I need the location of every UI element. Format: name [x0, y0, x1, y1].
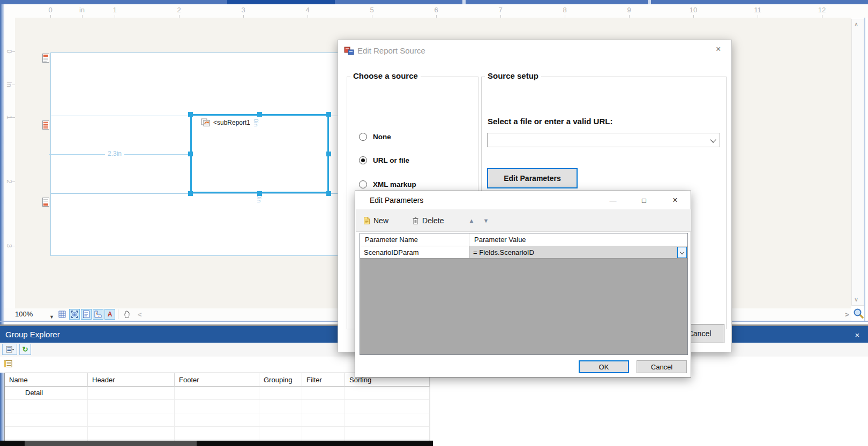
edit-parameters-dialog: Edit Parameters — □ × New: [355, 191, 691, 377]
page-footer-section-icon[interactable]: [42, 197, 50, 207]
pan-hand-button[interactable]: [121, 309, 132, 320]
maximize-button[interactable]: □: [636, 194, 652, 206]
edit-parameters-button[interactable]: Edit Parameters: [487, 168, 578, 188]
column-header-name[interactable]: Name: [5, 373, 88, 387]
h-ruler-label: 4: [305, 6, 309, 14]
ok-button[interactable]: OK: [579, 360, 629, 373]
table-cell[interactable]: [88, 387, 175, 400]
file-url-combobox[interactable]: [487, 133, 720, 147]
scroll-down-icon[interactable]: ∨: [854, 296, 858, 303]
table-cell[interactable]: [259, 387, 302, 400]
dialog-title: Edit Report Source: [357, 46, 425, 55]
resize-handle-sw[interactable]: [188, 191, 193, 196]
scroll-left-icon[interactable]: <: [138, 311, 142, 319]
table-cell[interactable]: [88, 400, 175, 413]
table-cell[interactable]: [302, 387, 345, 400]
table-cell[interactable]: [345, 427, 430, 440]
h-ruler-label: 11: [754, 6, 761, 14]
snap-lines-button[interactable]: [81, 309, 92, 320]
top-dimension-label: 0in: [253, 119, 259, 127]
dropdown-chevron-icon: [680, 250, 684, 254]
group-explorer-close-button[interactable]: ×: [852, 329, 863, 340]
column-header-filter[interactable]: Filter: [302, 373, 345, 387]
move-up-button[interactable]: ▲: [468, 217, 474, 224]
close-button[interactable]: ×: [667, 194, 683, 206]
zoom-magnifier-icon[interactable]: [852, 307, 865, 322]
parameters-grid: Parameter Name Parameter Value ScenarioI…: [360, 233, 688, 355]
cancel-button[interactable]: Cancel: [637, 360, 687, 373]
radio-url-or-file[interactable]: URL or file: [359, 156, 409, 164]
resize-handle-se[interactable]: [326, 191, 331, 196]
source-setup-legend: Source setup: [485, 71, 541, 80]
scroll-right-icon[interactable]: >: [845, 311, 849, 319]
table-cell[interactable]: [5, 413, 88, 427]
table-row[interactable]: [5, 400, 430, 413]
horizontal-ruler: 0in123456789101112: [4, 4, 868, 18]
column-header-footer[interactable]: Footer: [175, 373, 259, 387]
delete-parameter-button[interactable]: Delete: [412, 216, 444, 225]
radio-xml-markup[interactable]: XML markup: [359, 180, 416, 188]
table-cell[interactable]: [88, 413, 175, 427]
groups-list-icon: [4, 360, 13, 368]
style-text-button[interactable]: A: [104, 309, 115, 320]
table-cell[interactable]: [175, 387, 259, 400]
page-header-section-icon[interactable]: [42, 53, 50, 63]
minimize-button[interactable]: —: [605, 194, 621, 206]
zoom-dropdown-arrow[interactable]: ▼: [49, 311, 54, 321]
show-rulers-button[interactable]: [93, 309, 103, 320]
table-cell[interactable]: [259, 427, 302, 440]
table-cell[interactable]: [175, 413, 259, 427]
table-cell[interactable]: [175, 427, 259, 440]
subreport-name-text: <subReport1: [213, 119, 250, 126]
radio-none[interactable]: None: [359, 133, 391, 141]
table-cell[interactable]: [259, 413, 302, 427]
h-ruler-label: 0: [48, 6, 52, 14]
dialog-close-button[interactable]: ×: [716, 44, 721, 54]
zoom-level-value[interactable]: 100%: [15, 310, 33, 318]
detail-section-icon[interactable]: [42, 120, 50, 130]
show-grid-button[interactable]: [57, 309, 68, 320]
parameter-name-cell[interactable]: ScenarioIDParam: [360, 246, 469, 259]
table-cell[interactable]: [88, 427, 175, 440]
resize-handle-w[interactable]: [188, 152, 193, 156]
table-cell[interactable]: [5, 427, 88, 440]
table-row[interactable]: [5, 427, 430, 440]
table-cell[interactable]: [302, 427, 345, 440]
h-ruler-label: 8: [563, 6, 566, 14]
table-cell[interactable]: [345, 413, 430, 427]
table-row[interactable]: Detail: [5, 387, 430, 400]
table-cell[interactable]: [345, 400, 430, 413]
parameter-value-cell[interactable]: = Fields.ScenarioID: [469, 246, 687, 259]
table-cell[interactable]: [302, 413, 345, 427]
scroll-up-icon[interactable]: ∧: [854, 21, 858, 28]
group-row-detail[interactable]: Detail: [5, 387, 88, 400]
resize-handle-nw[interactable]: [188, 112, 193, 117]
parameter-value-dropdown-button[interactable]: [677, 247, 687, 258]
snap-to-grid-button[interactable]: [69, 309, 80, 320]
refresh-button[interactable]: ↻: [19, 344, 31, 355]
group-view-menu-button[interactable]: [2, 344, 17, 355]
resize-handle-ne[interactable]: [326, 112, 331, 117]
move-down-button[interactable]: ▼: [483, 217, 489, 224]
column-header-parameter-value[interactable]: Parameter Value: [469, 233, 687, 246]
choose-source-legend: Choose a source: [350, 71, 421, 80]
table-cell[interactable]: [345, 387, 430, 400]
table-cell[interactable]: [5, 400, 88, 413]
table-cell[interactable]: [175, 400, 259, 413]
edit-parameters-titlebar[interactable]: Edit Parameters — □ ×: [355, 191, 691, 209]
vertical-scrollbar[interactable]: [851, 19, 864, 306]
table-row[interactable]: [5, 413, 430, 427]
column-header-grouping[interactable]: Grouping: [259, 373, 302, 387]
window-top-accent-active-tab: [227, 0, 335, 4]
resize-handle-e[interactable]: [326, 152, 331, 156]
column-header-parameter-name[interactable]: Parameter Name: [360, 233, 469, 246]
resize-handle-n[interactable]: [257, 112, 262, 117]
h-ruler-label: 10: [690, 6, 697, 14]
table-cell[interactable]: [302, 400, 345, 413]
table-cell[interactable]: [259, 400, 302, 413]
column-header-header[interactable]: Header: [88, 373, 175, 387]
new-parameter-button[interactable]: New: [363, 216, 388, 225]
combobox-dropdown-icon[interactable]: [710, 137, 716, 142]
resize-handle-s[interactable]: [257, 191, 262, 196]
radio-circle-selected-icon: [359, 156, 367, 164]
